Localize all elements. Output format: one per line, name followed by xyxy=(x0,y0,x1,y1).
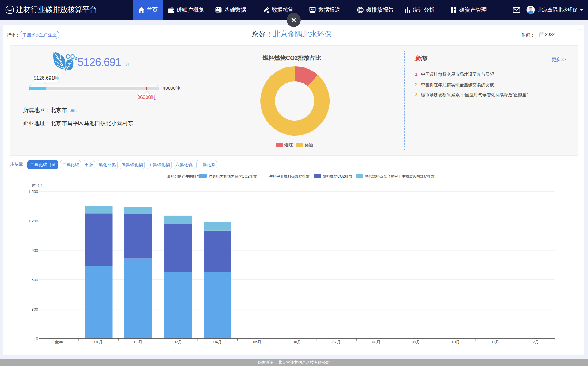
svg-text:0: 0 xyxy=(36,337,38,341)
svg-text:11月: 11月 xyxy=(491,340,499,344)
svg-text:01月: 01月 xyxy=(94,340,103,344)
svg-text:CO: CO xyxy=(65,53,75,60)
svg-text:06月: 06月 xyxy=(293,340,301,344)
svg-text:03月: 03月 xyxy=(174,340,182,344)
svg-text:900: 900 xyxy=(32,248,38,253)
svg-text:10月: 10月 xyxy=(451,340,460,344)
svg-text:07月: 07月 xyxy=(332,340,341,344)
svg-text:600: 600 xyxy=(32,278,38,282)
svg-text:05月: 05月 xyxy=(253,340,261,344)
svg-text:09月: 09月 xyxy=(412,340,420,344)
svg-text:1,500: 1,500 xyxy=(28,189,38,194)
svg-text:04月: 04月 xyxy=(213,340,222,344)
svg-text:300: 300 xyxy=(32,307,38,312)
svg-text:08月: 08月 xyxy=(372,340,380,344)
svg-text:1,200: 1,200 xyxy=(28,219,38,223)
svg-text:全年: 全年 xyxy=(55,340,63,344)
svg-text:2: 2 xyxy=(75,56,77,61)
svg-text:12月: 12月 xyxy=(531,340,539,344)
svg-text:吨（t）: 吨（t） xyxy=(32,183,45,188)
svg-text:02月: 02月 xyxy=(134,340,142,344)
